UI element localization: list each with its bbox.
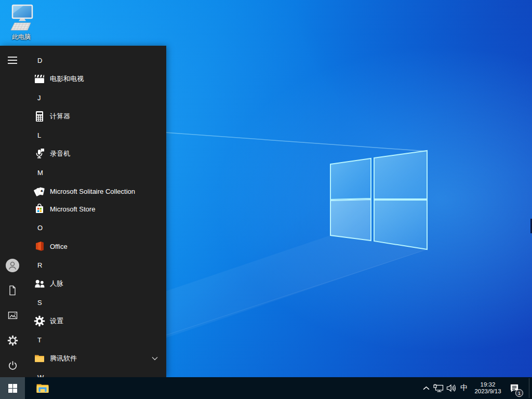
folder-explorer-icon [36,383,49,394]
section-letter-J[interactable]: J [25,88,166,108]
windows-logo-icon [8,384,17,393]
clock[interactable]: 19:32 2023/9/13 [471,377,505,399]
start-menu-item-label: 电影和电视 [50,74,84,84]
folder-icon [33,352,46,365]
rail-button-power[interactable] [0,353,25,377]
network-icon [433,384,444,393]
start-menu-item-microsoft-store[interactable]: Microsoft Store [25,200,166,218]
start-menu-item-label: Office [50,243,68,250]
user-avatar-icon [6,259,19,272]
start-menu-rail [0,46,25,377]
section-letter-W[interactable]: W [25,367,166,377]
computer-icon [8,4,35,32]
desktop-icon-label: 此电脑 [12,33,31,42]
hidden-icons-button[interactable] [420,377,432,399]
action-center-button[interactable]: 1 [505,377,524,399]
notification-badge: 1 [515,389,523,397]
hamburger-icon [8,57,17,64]
start-menu-item-office[interactable]: Office [25,237,166,255]
ime-indicator[interactable]: 中 [457,377,471,399]
start-button[interactable] [0,377,25,399]
start-menu-item-movies-tv[interactable]: 电影和电视 [25,70,166,88]
start-menu-item-label: Microsoft Solitaire Collection [50,188,135,195]
start-menu: D电影和电视J计算器L录音机M♠Microsoft Solitaire Coll… [0,46,166,377]
desktop-icon-this-pc[interactable]: 此电脑 [6,4,36,42]
volume-tray-button[interactable] [445,377,457,399]
section-letter-D[interactable]: D [25,50,166,70]
start-menu-app-list: D电影和电视J计算器L录音机M♠Microsoft Solitaire Coll… [25,50,166,377]
start-menu-item-settings[interactable]: 设置 [25,312,166,330]
document-icon [7,285,18,296]
clock-date: 2023/9/13 [474,388,501,395]
rail-button-expand[interactable] [0,48,25,73]
section-letter-S[interactable]: S [25,292,166,312]
movies-tv-icon [33,73,46,85]
chevron-down-icon [152,356,158,361]
start-menu-item-label: 计算器 [50,112,70,121]
rail-button-settings[interactable] [0,328,25,353]
start-menu-item-label: 人脉 [50,279,63,288]
clock-time: 19:32 [481,381,496,389]
calculator-icon [33,110,46,123]
start-menu-item-solitaire[interactable]: ♠Microsoft Solitaire Collection [25,182,166,200]
office-icon [33,240,46,252]
start-menu-item-label: 设置 [50,316,63,326]
store-icon [33,203,46,215]
start-menu-item-people[interactable]: 人脉 [25,275,166,292]
taskbar-file-explorer-button[interactable] [31,377,54,399]
start-menu-item-tencent-folder[interactable]: 腾讯软件 [25,350,166,367]
section-letter-O[interactable]: O [25,218,166,237]
start-menu-item-label: 录音机 [50,149,70,158]
rail-button-user[interactable] [0,253,25,278]
chevron-up-icon [423,386,430,391]
section-letter-M[interactable]: M [25,163,166,182]
rail-button-documents[interactable] [0,278,25,303]
network-tray-button[interactable] [432,377,445,399]
speaker-icon [446,384,456,392]
power-icon [7,360,18,371]
solitaire-icon: ♠ [33,185,46,197]
gear-icon [33,315,46,327]
section-letter-T[interactable]: T [25,330,166,350]
start-menu-item-label: 腾讯软件 [50,354,77,363]
system-tray: 中 19:32 2023/9/13 1 [420,377,524,399]
people-icon [33,277,46,290]
voice-recorder-icon [33,148,46,160]
start-menu-item-calculator[interactable]: 计算器 [25,108,166,125]
pictures-icon [7,310,18,321]
show-desktop-button[interactable] [529,378,529,398]
section-letter-L[interactable]: L [25,125,166,145]
rail-button-pictures[interactable] [0,303,25,328]
gear-outline-icon [7,335,18,346]
taskbar: 中 19:32 2023/9/13 1 [0,377,532,399]
start-menu-item-voice-recorder[interactable]: 录音机 [25,145,166,163]
start-menu-item-label: Microsoft Store [50,205,95,213]
section-letter-R[interactable]: R [25,255,166,275]
